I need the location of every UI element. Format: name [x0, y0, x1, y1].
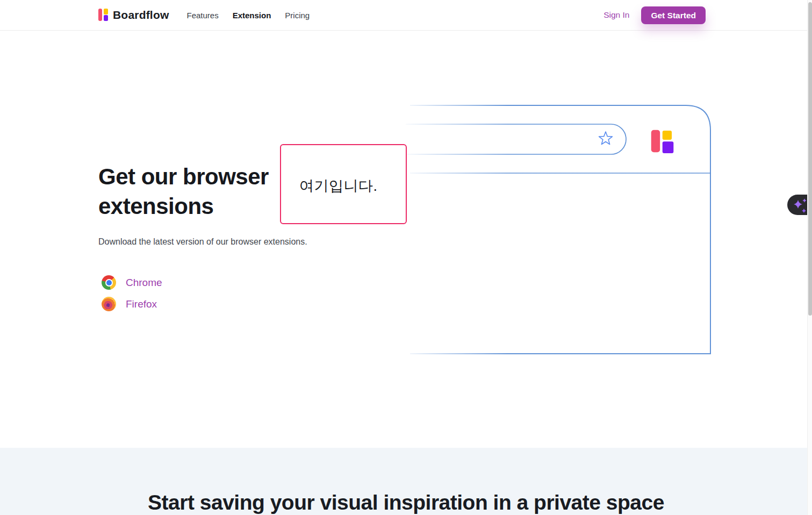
firefox-icon [102, 297, 116, 311]
brand-name: Boardflow [113, 9, 169, 22]
download-link-chrome[interactable]: Chrome [102, 275, 162, 290]
star-icon [599, 132, 613, 145]
browser-mockup-illustration [406, 102, 715, 359]
get-started-button[interactable]: Get Started [641, 6, 706, 24]
download-links: Chrome Firefox [102, 275, 162, 311]
cta-section-title: Start saving your visual inspiration in … [0, 491, 812, 514]
brand-logo[interactable]: Boardflow [98, 9, 169, 22]
download-label: Chrome [126, 277, 162, 289]
scrollbar[interactable] [807, 0, 812, 515]
page-title: Get our browser extensions [98, 162, 329, 221]
sign-in-link[interactable]: Sign In [603, 10, 629, 20]
hero-description: Download the latest version of our brows… [98, 237, 307, 247]
chrome-icon [102, 275, 116, 290]
brand-logo-icon [98, 9, 108, 22]
cta-section: Start saving your visual inspiration in … [0, 448, 812, 515]
nav-item-pricing[interactable]: Pricing [285, 8, 310, 23]
boardflow-logo-icon [651, 130, 674, 153]
nav-links: Features Extension Pricing [186, 8, 310, 23]
nav-item-features[interactable]: Features [186, 8, 218, 23]
download-label: Firefox [126, 298, 157, 310]
navbar: Boardflow Features Extension Pricing Sig… [0, 0, 812, 31]
scrollbar-thumb[interactable] [808, 2, 812, 316]
nav-item-extension[interactable]: Extension [233, 8, 271, 23]
nav-right: Sign In Get Started [603, 6, 706, 24]
mockup-url-bar [406, 124, 626, 154]
download-link-firefox[interactable]: Firefox [102, 297, 162, 311]
